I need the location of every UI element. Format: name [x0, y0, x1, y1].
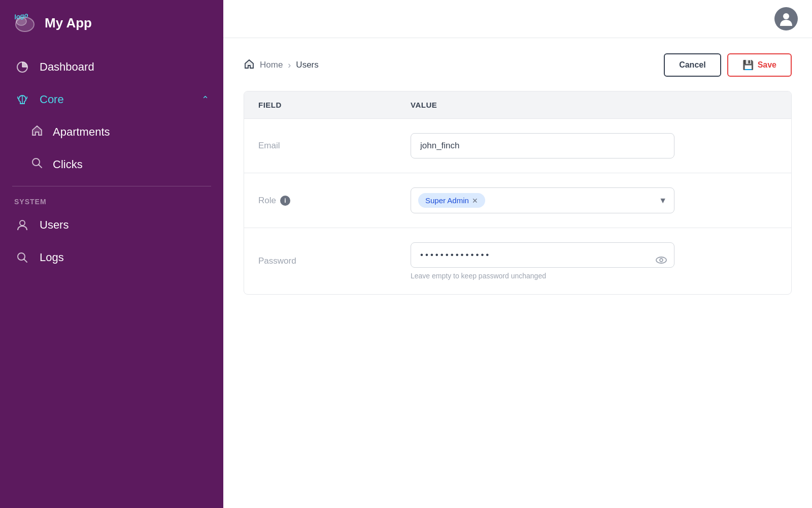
- breadcrumb-separator: ›: [288, 60, 291, 71]
- form-table-header: FIELD VALUE: [244, 91, 791, 119]
- role-field-label: Role i: [258, 196, 411, 206]
- logo-icon: logo: [12, 10, 38, 36]
- sidebar: logo My App Dashboard: [0, 0, 223, 508]
- search-icon-logs: [14, 249, 30, 266]
- svg-point-12: [656, 257, 666, 263]
- breadcrumb-home-icon: [244, 58, 255, 72]
- role-tag-label: Super Admin: [425, 196, 469, 205]
- chevron-up-icon: ⌃: [201, 94, 209, 105]
- sidebar-nav: Dashboard Core ⌃ Apartments: [0, 46, 223, 508]
- password-wrapper: Leave empty to keep password unchanged: [411, 242, 674, 280]
- save-button-label: Save: [758, 60, 776, 70]
- brain-icon: [14, 91, 30, 108]
- password-field-label: Password: [258, 256, 411, 266]
- sidebar-item-clicks-label: Clicks: [53, 158, 83, 171]
- email-input[interactable]: [411, 133, 674, 158]
- sidebar-item-logs[interactable]: Logs: [0, 241, 223, 274]
- dropdown-chevron-icon: ▼: [659, 196, 667, 205]
- email-field-label: Email: [258, 141, 411, 151]
- cancel-button[interactable]: Cancel: [664, 53, 721, 77]
- role-tags: Super Admin ✕: [418, 193, 485, 208]
- sidebar-item-users-label: Users: [40, 218, 69, 232]
- sidebar-item-core-label: Core: [40, 93, 64, 106]
- svg-point-11: [783, 13, 789, 19]
- form-row-role: Role i Super Admin ✕ ▼: [244, 173, 791, 228]
- sidebar-item-logs-label: Logs: [40, 251, 64, 264]
- sidebar-item-apartments-label: Apartments: [53, 125, 110, 139]
- svg-line-10: [24, 260, 27, 263]
- app-name: My App: [45, 15, 92, 31]
- save-button[interactable]: 💾 Save: [727, 53, 792, 77]
- action-buttons: Cancel 💾 Save: [664, 53, 792, 77]
- sidebar-item-core[interactable]: Core ⌃: [0, 83, 223, 116]
- sidebar-header: logo My App: [0, 0, 223, 46]
- content-area: Home › Users Cancel 💾 Save FIELD VALUE E: [223, 38, 812, 508]
- form-card: FIELD VALUE Email Role i Super Admin: [244, 91, 792, 295]
- role-tag-super-admin: Super Admin ✕: [418, 193, 485, 208]
- main-content: Home › Users Cancel 💾 Save FIELD VALUE E: [223, 0, 812, 508]
- breadcrumb-home-label: Home: [260, 60, 283, 70]
- svg-line-7: [39, 165, 42, 168]
- role-select[interactable]: Super Admin ✕ ▼: [411, 187, 674, 213]
- password-visibility-toggle[interactable]: [655, 254, 667, 268]
- column-value-label: VALUE: [411, 101, 777, 109]
- user-avatar[interactable]: [774, 7, 798, 30]
- home-icon: [30, 124, 44, 140]
- top-bar: [223, 0, 812, 38]
- sidebar-item-users[interactable]: Users: [0, 209, 223, 241]
- breadcrumb: Home › Users: [244, 58, 319, 72]
- sidebar-item-dashboard[interactable]: Dashboard: [0, 51, 223, 83]
- password-input[interactable]: [411, 242, 674, 268]
- breadcrumb-row: Home › Users Cancel 💾 Save: [244, 53, 792, 77]
- svg-point-8: [20, 220, 25, 226]
- form-row-password: Password Leave empty to keep password un…: [244, 228, 791, 294]
- nav-divider: [12, 186, 211, 186]
- sidebar-item-apartments[interactable]: Apartments: [0, 116, 223, 148]
- sidebar-item-dashboard-label: Dashboard: [40, 60, 94, 74]
- svg-point-13: [660, 259, 663, 262]
- save-icon: 💾: [742, 59, 754, 71]
- sidebar-item-clicks[interactable]: Clicks: [0, 148, 223, 181]
- password-hint: Leave empty to keep password unchanged: [411, 272, 674, 280]
- form-row-email: Email: [244, 119, 791, 173]
- column-field-label: FIELD: [258, 101, 411, 109]
- system-section-label: SYSTEM: [0, 192, 223, 209]
- user-icon: [14, 217, 30, 233]
- search-icon-clicks: [30, 156, 44, 173]
- role-tag-remove[interactable]: ✕: [472, 197, 478, 205]
- role-info-icon[interactable]: i: [280, 196, 290, 206]
- pie-chart-icon: [14, 59, 30, 75]
- breadcrumb-current: Users: [296, 60, 318, 70]
